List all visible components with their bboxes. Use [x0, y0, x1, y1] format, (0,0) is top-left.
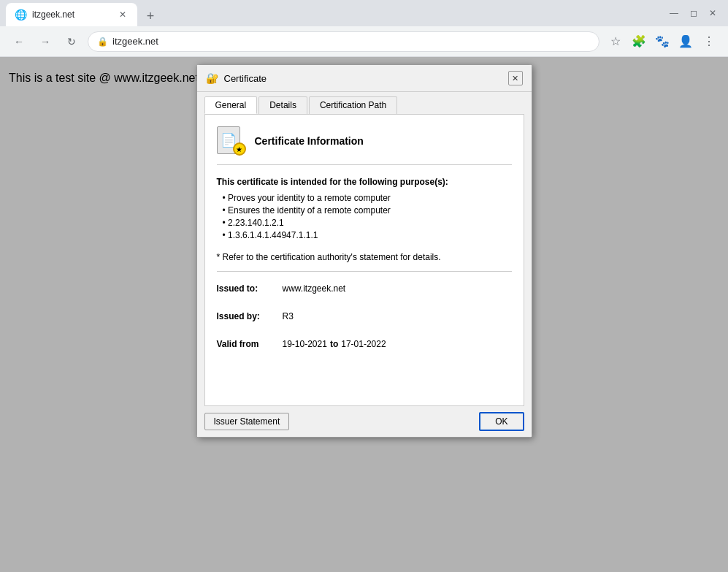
modal-overlay: 🔐 Certificate ✕ General Details Certific… [0, 57, 728, 572]
dialog-title-text: Certificate [224, 73, 267, 84]
bookmark-button[interactable]: ☆ [605, 31, 626, 52]
certificate-dialog: 🔐 Certificate ✕ General Details Certific… [196, 64, 532, 438]
tab-title: itzgeek.net [32, 9, 111, 20]
purpose-item-4: 1.3.6.1.4.1.44947.1.1.1 [223, 230, 512, 240]
purpose-item-1: Proves your identity to a remote compute… [223, 193, 512, 203]
dialog-title-bar: 🔐 Certificate ✕ [197, 65, 532, 92]
forward-button[interactable]: → [35, 31, 55, 52]
valid-from-row: 19-10-2021 to 17-01-2022 [283, 339, 386, 349]
cert-info-title: Certificate Information [255, 135, 364, 147]
browser-tab[interactable]: 🌐 itzgeek.net ✕ [6, 3, 137, 26]
extension-button[interactable]: 🧩 [629, 31, 649, 52]
tab-favicon: 🌐 [15, 9, 26, 20]
cert-purpose-list: Proves your identity to a remote compute… [223, 193, 512, 240]
cert-field-valid-from: Valid from 19-10-2021 to 17-01-2022 [217, 339, 512, 349]
toolbar-right: ☆ 🧩 🐾 👤 ⋮ [605, 31, 719, 52]
issued-by-value: R3 [283, 311, 294, 321]
new-tab-button[interactable]: + [140, 6, 161, 26]
dialog-footer: Issuer Statement OK [197, 406, 532, 437]
issued-by-label: Issued by: [217, 311, 283, 321]
reload-button[interactable]: ↻ [61, 31, 82, 52]
browser-frame: 🌐 itzgeek.net ✕ + — ◻ ✕ ← → ↻ 🔒 itzgeek.… [0, 0, 728, 572]
tab-close-button[interactable]: ✕ [117, 9, 129, 20]
cert-icon: 📄 ★ [217, 126, 246, 156]
back-button[interactable]: ← [9, 31, 29, 52]
menu-button[interactable]: ⋮ [699, 31, 719, 52]
valid-to-keyword: to [330, 339, 338, 349]
dialog-tabs: General Details Certification Path [197, 92, 532, 114]
purpose-item-2: Ensures the identity of a remote compute… [223, 205, 512, 216]
valid-from-label: Valid from [217, 339, 283, 349]
cert-field-issued-to: Issued to: www.itzgeek.net [217, 283, 512, 294]
address-bar[interactable]: 🔒 itzgeek.net [88, 31, 599, 52]
tab-general[interactable]: General [204, 96, 258, 114]
valid-from-date: 19-10-2021 [283, 339, 327, 349]
cert-note: * Refer to the certification authority's… [217, 252, 512, 272]
dialog-body: 📄 ★ Certificate Information This certifi… [204, 114, 524, 406]
valid-to-date: 17-01-2022 [341, 339, 386, 349]
issuer-statement-button[interactable]: Issuer Statement [204, 413, 290, 430]
maximize-button[interactable]: ◻ [690, 9, 697, 18]
profile-button[interactable]: 👤 [675, 31, 696, 52]
ok-button[interactable]: OK [479, 412, 524, 431]
tab-certification-path[interactable]: Certification Path [309, 96, 397, 114]
cert-dialog-icon: 🔐 [206, 72, 218, 84]
title-bar: 🌐 itzgeek.net ✕ + — ◻ ✕ [0, 0, 728, 26]
purpose-item-3: 2.23.140.1.2.1 [223, 218, 512, 228]
extension2-button[interactable]: 🐾 [652, 31, 673, 52]
close-window-button[interactable]: ✕ [709, 9, 716, 18]
page-content: This is a test site @ www.itzgeek.net 🔐 … [0, 57, 728, 572]
issued-to-label: Issued to: [217, 283, 283, 294]
cert-header: 📄 ★ Certificate Information [217, 126, 512, 165]
address-text: itzgeek.net [112, 36, 158, 47]
lock-icon: 🔒 [97, 37, 108, 47]
tab-details[interactable]: Details [258, 96, 307, 114]
dialog-title-left: 🔐 Certificate [206, 72, 267, 84]
cert-purpose-heading: This certificate is intended for the fol… [217, 177, 512, 187]
dialog-close-button[interactable]: ✕ [508, 71, 523, 85]
issued-to-value: www.itzgeek.net [283, 283, 346, 294]
cert-fields: This certificate is intended for the fol… [217, 177, 512, 349]
cert-icon-badge: ★ [233, 142, 246, 156]
cert-field-issued-by: Issued by: R3 [217, 311, 512, 321]
address-bar-row: ← → ↻ 🔒 itzgeek.net ☆ 🧩 🐾 👤 ⋮ [0, 26, 728, 57]
minimize-button[interactable]: — [670, 9, 678, 18]
